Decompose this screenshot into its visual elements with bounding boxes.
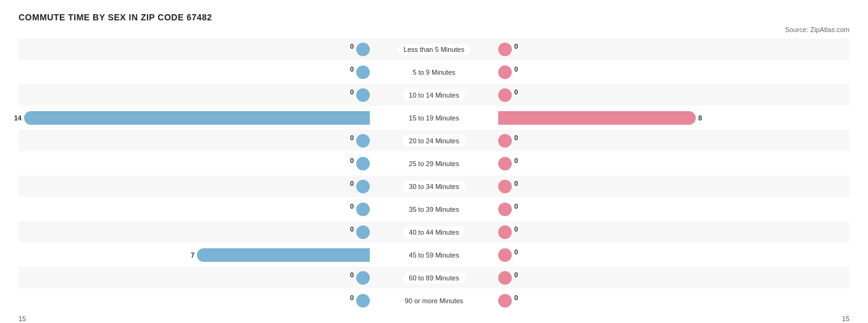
row-label-pill: 35 to 39 Minutes — [403, 204, 465, 215]
male-zero-dot: 0 — [356, 65, 370, 79]
male-side: 0 — [19, 61, 372, 83]
row-label-pill: 25 to 29 Minutes — [403, 158, 465, 169]
female-bar: 8 — [498, 111, 696, 125]
row-label-pill: 30 to 34 Minutes — [403, 181, 465, 192]
row-label: 10 to 14 Minutes — [372, 91, 496, 99]
row-label-pill: 60 to 89 Minutes — [403, 272, 465, 283]
male-value: 14 — [7, 114, 22, 122]
female-zero-dot: 0 — [498, 157, 512, 170]
row-label-pill: 15 to 19 Minutes — [403, 112, 465, 124]
chart-row: 010 to 14 Minutes0 — [19, 84, 849, 106]
male-zero-dot: 0 — [356, 157, 370, 170]
row-label: 35 to 39 Minutes — [372, 206, 496, 213]
male-zero-dot: 0 — [356, 180, 370, 193]
male-side: 0 — [19, 38, 372, 60]
male-value: 0 — [339, 88, 354, 96]
female-side: 0 — [496, 221, 849, 243]
female-value: 0 — [514, 294, 529, 301]
female-value: 0 — [514, 134, 529, 141]
chart-row: 030 to 34 Minutes0 — [19, 175, 849, 197]
male-side: 7 — [19, 244, 372, 266]
female-side: 0 — [496, 244, 849, 266]
female-value: 8 — [698, 114, 713, 122]
row-label-pill: 45 to 59 Minutes — [403, 250, 465, 261]
chart-row: 040 to 44 Minutes0 — [19, 221, 849, 243]
male-value: 0 — [339, 225, 354, 233]
male-side: 0 — [19, 198, 372, 220]
chart-row: 1415 to 19 Minutes8 — [19, 107, 849, 128]
row-label-pill: 20 to 24 Minutes — [403, 135, 465, 146]
row-label-pill: 10 to 14 Minutes — [403, 90, 465, 101]
axis-left: 15 — [19, 315, 26, 322]
male-zero-dot: 0 — [356, 271, 370, 285]
row-label: 60 to 89 Minutes — [372, 274, 496, 282]
female-side: 0 — [496, 175, 849, 197]
male-value: 7 — [180, 251, 194, 259]
female-value: 0 — [514, 157, 529, 164]
chart-area: 0Less than 5 Minutes005 to 9 Minutes0010… — [19, 38, 849, 311]
female-side: 0 — [496, 61, 849, 83]
axis-right: 15 — [842, 315, 849, 322]
female-value: 0 — [514, 203, 529, 210]
female-zero-dot: 0 — [498, 65, 512, 79]
female-side: 8 — [496, 107, 849, 128]
male-bar: 14 — [24, 111, 370, 125]
male-zero-dot: 0 — [356, 225, 370, 239]
row-label-pill: 5 to 9 Minutes — [406, 67, 461, 78]
axis-row: 15 15 — [19, 315, 849, 322]
female-zero-dot: 0 — [498, 203, 512, 216]
chart-row: 060 to 89 Minutes0 — [19, 267, 849, 288]
male-zero-dot: 0 — [356, 294, 370, 308]
chart-row: 090 or more Minutes0 — [19, 290, 849, 311]
female-zero-dot: 0 — [498, 271, 512, 285]
male-value: 0 — [339, 294, 354, 301]
chart-row: 745 to 59 Minutes0 — [19, 244, 849, 266]
row-label-pill: 40 to 44 Minutes — [403, 227, 465, 238]
female-zero-dot: 0 — [498, 294, 512, 308]
male-side: 0 — [19, 130, 372, 151]
source-line: Source: ZipAtlas.com — [19, 26, 849, 33]
female-side: 0 — [496, 38, 849, 60]
female-zero-dot: 0 — [498, 134, 512, 148]
female-zero-dot: 0 — [498, 43, 512, 56]
female-zero-dot: 0 — [498, 225, 512, 239]
male-side: 0 — [19, 153, 372, 174]
female-side: 0 — [496, 267, 849, 288]
female-value: 0 — [514, 225, 529, 233]
row-label: 40 to 44 Minutes — [372, 229, 496, 236]
female-value: 0 — [514, 271, 529, 279]
row-label: 15 to 19 Minutes — [372, 114, 496, 122]
male-side: 14 — [19, 107, 372, 128]
female-side: 0 — [496, 290, 849, 311]
chart-title: COMMUTE TIME BY SEX IN ZIP CODE 67482 — [19, 12, 849, 22]
female-zero-dot: 0 — [498, 248, 512, 262]
row-label: 5 to 9 Minutes — [372, 69, 496, 76]
male-side: 0 — [19, 221, 372, 243]
row-label: 90 or more Minutes — [372, 297, 496, 304]
chart-row: 025 to 29 Minutes0 — [19, 153, 849, 174]
male-side: 0 — [19, 267, 372, 288]
male-side: 0 — [19, 84, 372, 106]
row-label: Less than 5 Minutes — [372, 46, 496, 53]
female-zero-dot: 0 — [498, 88, 512, 102]
male-value: 0 — [339, 65, 354, 73]
female-side: 0 — [496, 198, 849, 220]
female-zero-dot: 0 — [498, 180, 512, 193]
female-value: 0 — [514, 88, 529, 96]
male-value: 0 — [339, 134, 354, 141]
male-value: 0 — [339, 180, 354, 187]
female-value: 0 — [514, 180, 529, 187]
male-zero-dot: 0 — [356, 134, 370, 148]
row-label-pill: 90 or more Minutes — [399, 295, 470, 306]
male-zero-dot: 0 — [356, 43, 370, 56]
chart-row: 0Less than 5 Minutes0 — [19, 38, 849, 60]
male-zero-dot: 0 — [356, 203, 370, 216]
female-value: 0 — [514, 248, 529, 256]
row-label: 20 to 24 Minutes — [372, 137, 496, 145]
female-value: 0 — [514, 43, 529, 50]
chart-row: 05 to 9 Minutes0 — [19, 61, 849, 83]
female-side: 0 — [496, 153, 849, 174]
row-label-pill: Less than 5 Minutes — [398, 44, 470, 55]
male-bar: 7 — [197, 248, 370, 262]
chart-row: 020 to 24 Minutes0 — [19, 130, 849, 151]
